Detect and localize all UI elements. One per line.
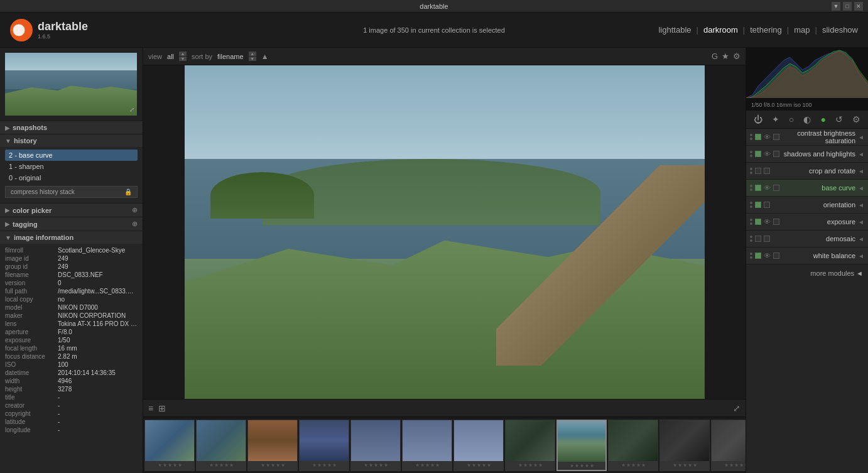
titlebar-close[interactable]: ✕ [854,2,863,11]
history-header[interactable]: ▼ history [0,134,143,147]
module-whitebalance-eye[interactable]: 👁 [764,252,771,259]
module-basecurve-checkbox[interactable] [755,185,761,191]
more-modules-button[interactable]: more modules ◄ [746,264,868,282]
image-viewport[interactable] [143,65,746,399]
star-3-3[interactable]: ★ [327,462,332,468]
star-4-4[interactable]: ★ [384,462,388,468]
module-crop-header[interactable]: crop and rotate ◄ [746,163,868,179]
module-shadows-arrow[interactable]: ◄ [858,151,864,158]
filmstrip-thumb-10[interactable]: ★★★★★ [659,420,710,471]
titlebar-minimize[interactable]: ▼ [832,2,840,11]
filmstrip-thumb-4[interactable]: ★★★★★ [350,420,401,471]
snapshots-header[interactable]: ▶ snapshots [0,121,143,134]
star-11-3[interactable]: ★ [739,462,744,468]
module-btn-power[interactable]: ⏻ [754,114,762,124]
module-contrast-eye[interactable]: 👁 [764,133,771,141]
module-contrast-arrow[interactable]: ◄ [858,134,864,141]
sort-direction-icon[interactable]: ▲ [261,52,269,61]
module-shadows-eye[interactable]: 👁 [764,150,771,158]
nav-darkroom[interactable]: darkroom [703,25,738,35]
star-1-3[interactable]: ★ [224,462,229,468]
nav-map[interactable]: map [794,25,810,35]
view-value[interactable]: all [167,53,174,60]
module-demosaic-arrow[interactable]: ◄ [858,236,864,242]
module-btn-dot[interactable]: ● [821,114,826,124]
filmstrip-thumb-8[interactable]: ★★★★★ [556,420,607,471]
star-8-1[interactable]: ★ [575,463,579,469]
star-7-2[interactable]: ★ [528,462,533,468]
bottom-grid-icon[interactable]: ⊞ [158,403,166,413]
thumbnail-image[interactable]: ⤢ [5,53,137,116]
module-basecurve-eye[interactable]: 👁 [764,184,771,192]
filmstrip-thumb-7[interactable]: ★★★★★ [505,420,555,471]
star-3-4[interactable]: ★ [332,462,337,468]
module-exposure-header[interactable]: 👁 exposure ◄ [746,214,868,230]
sort-down-arrow[interactable]: ▼ [249,57,256,61]
star-7-4[interactable]: ★ [538,462,543,468]
star-2-4[interactable]: ★ [281,462,285,468]
star-1-0[interactable]: ★ [209,462,214,468]
star-4-0[interactable]: ★ [364,462,368,468]
module-basecurve-arrow[interactable]: ◄ [858,185,864,192]
nav-lighttable[interactable]: lighttable [658,25,691,35]
star-7-1[interactable]: ★ [523,462,528,468]
module-demosaic-header[interactable]: demosaic ◄ [746,231,868,247]
star-10-3[interactable]: ★ [688,462,692,468]
star-11-4[interactable]: ★ [744,462,746,468]
star-0-2[interactable]: ★ [168,462,172,468]
module-contrast-checkbox2[interactable] [773,134,779,140]
toolbar-gear-icon[interactable]: ⚙ [733,52,741,61]
module-orientation-header[interactable]: orientation ◄ [746,197,868,213]
star-2-1[interactable]: ★ [266,462,270,468]
star-6-1[interactable]: ★ [472,462,476,468]
module-crop-arrow[interactable]: ◄ [858,168,864,175]
module-shadows-header[interactable]: 👁 shadows and highlights ◄ [746,146,868,162]
module-whitebalance-arrow[interactable]: ◄ [858,253,864,259]
module-shadows-checkbox[interactable] [755,151,761,157]
module-orientation-arrow[interactable]: ◄ [858,202,864,209]
star-8-0[interactable]: ★ [570,463,574,469]
star-0-3[interactable]: ★ [173,462,177,468]
titlebar-maximize[interactable]: □ [843,2,852,11]
module-btn-refresh[interactable]: ↺ [835,114,843,124]
star-9-2[interactable]: ★ [631,462,636,468]
module-exposure-checkbox2[interactable] [773,219,779,225]
star-2-3[interactable]: ★ [276,462,280,468]
star-1-1[interactable]: ★ [214,462,219,468]
filmstrip-thumb-2[interactable]: ★★★★★ [247,420,298,471]
star-4-3[interactable]: ★ [379,462,383,468]
module-contrast-header[interactable]: 👁 contrast brightness saturation ◄ [746,129,868,145]
star-9-3[interactable]: ★ [636,462,641,468]
sort-value[interactable]: filename [217,53,244,60]
nav-slideshow[interactable]: slideshow [822,25,858,35]
module-orientation-checkbox[interactable] [755,202,761,208]
star-8-4[interactable]: ★ [590,463,594,469]
module-btn-halfcircle[interactable]: ◐ [803,114,811,124]
star-10-2[interactable]: ★ [683,462,687,468]
star-6-4[interactable]: ★ [487,462,491,468]
toolbar-star-icon[interactable]: ★ [722,52,729,61]
tagging-add-icon[interactable]: ⊕ [132,220,138,228]
star-0-1[interactable]: ★ [163,462,167,468]
star-3-2[interactable]: ★ [322,462,327,468]
history-item-1[interactable]: 1 - sharpen [5,161,138,172]
star-4-1[interactable]: ★ [369,462,373,468]
star-0-0[interactable]: ★ [158,462,162,468]
color-picker-header[interactable]: ▶ color picker ⊕ [0,203,143,217]
star-7-0[interactable]: ★ [518,462,523,468]
module-basecurve-checkbox2[interactable] [773,185,779,191]
star-0-4[interactable]: ★ [178,462,182,468]
filmstrip-thumb-5[interactable]: ★★★★★ [402,420,452,471]
star-11-2[interactable]: ★ [734,462,739,468]
toolbar-g-icon[interactable]: G [712,52,718,61]
history-item-2[interactable]: 2 - base curve [5,150,138,161]
star-5-0[interactable]: ★ [415,462,420,468]
module-orientation-checkbox2[interactable] [764,202,770,208]
bottom-list-icon[interactable]: ≡ [148,403,153,413]
star-10-0[interactable]: ★ [673,462,677,468]
module-whitebalance-header[interactable]: 👁 white balance ◄ [746,247,868,264]
star-9-4[interactable]: ★ [641,462,646,468]
module-btn-star[interactable]: ✦ [772,114,779,124]
star-5-4[interactable]: ★ [435,462,440,468]
star-2-2[interactable]: ★ [271,462,275,468]
